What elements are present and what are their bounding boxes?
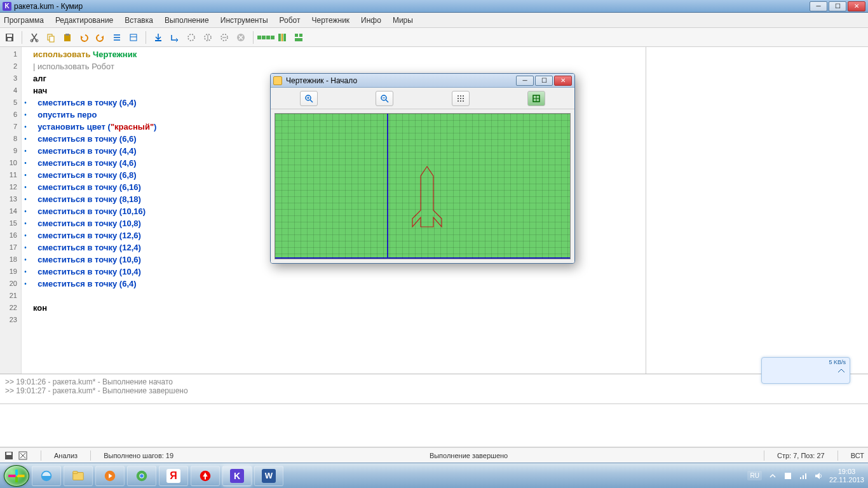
layout-mixed-icon[interactable] [292, 30, 306, 44]
statusbar: Анализ Выполнено шагов: 19 Выполнение за… [0, 447, 868, 463]
side-panel [646, 47, 868, 374]
status-clear-icon[interactable] [18, 451, 28, 461]
status-save-icon[interactable] [4, 451, 14, 461]
tray-language[interactable]: RU [747, 471, 761, 480]
zoom-in-icon[interactable] [300, 91, 318, 106]
redo-icon[interactable] [93, 30, 107, 44]
svg-point-11 [188, 34, 194, 41]
menubar: Программа Редактирование Вставка Выполне… [0, 13, 868, 28]
drawer-title: Чертежник - Начало [286, 76, 357, 85]
window-maximize-button[interactable]: ☐ [829, 1, 846, 11]
cut-icon[interactable] [27, 30, 41, 44]
line-gutter: 1234567891011121314151617181920212223 [0, 47, 22, 374]
svg-rect-22 [6, 452, 11, 455]
stop-icon[interactable] [234, 30, 248, 44]
svg-rect-16 [281, 34, 283, 41]
step-into-icon[interactable] [151, 30, 165, 44]
network-gadget[interactable]: 5 KB/s [761, 357, 850, 384]
svg-point-27 [460, 95, 461, 97]
menu-drawer[interactable]: Чертежник [312, 16, 350, 25]
tray-network-icon[interactable] [799, 471, 808, 480]
menu-program[interactable]: Программа [4, 16, 44, 25]
menu-robot[interactable]: Робот [280, 16, 301, 25]
drawer-titlebar[interactable]: Чертежник - Начало ─ ☐ ✕ [271, 74, 574, 88]
svg-point-32 [458, 100, 459, 102]
list-icon[interactable] [110, 30, 124, 44]
svg-rect-38 [73, 471, 78, 473]
zoom-out-icon[interactable] [376, 91, 393, 106]
menu-insert[interactable]: Вставка [125, 16, 153, 25]
svg-rect-45 [800, 477, 801, 479]
tray-clock[interactable]: 19:03 22.11.2013 [829, 468, 864, 484]
drawer-close-button[interactable]: ✕ [554, 76, 572, 86]
svg-rect-17 [283, 34, 286, 41]
tray-sound-icon[interactable] [814, 471, 823, 480]
paste-icon[interactable] [60, 30, 74, 44]
svg-rect-9 [130, 34, 137, 41]
menu-edit[interactable]: Редактирование [55, 16, 113, 25]
svg-rect-19 [299, 34, 302, 37]
svg-rect-1 [7, 34, 12, 37]
window-minimize-button[interactable]: ─ [810, 1, 827, 11]
grid-dots-icon[interactable] [452, 91, 470, 106]
svg-rect-46 [803, 475, 804, 479]
svg-rect-20 [295, 38, 302, 41]
layout-grid-icon[interactable] [259, 30, 273, 44]
drawer-toolbar [271, 88, 574, 109]
gadget-speed: 5 KB/s [829, 359, 846, 365]
undo-icon[interactable] [77, 30, 91, 44]
save-icon[interactable] [3, 30, 17, 44]
task-word[interactable]: W [254, 466, 283, 486]
window-title: ракета.kum - Кумир [14, 2, 83, 11]
step-over-icon[interactable] [168, 30, 182, 44]
svg-point-26 [458, 95, 459, 97]
menu-worlds[interactable]: Миры [393, 16, 413, 25]
task-yandex[interactable]: Я [159, 466, 188, 486]
task-chrome[interactable] [127, 466, 156, 486]
tray-flag-icon[interactable] [783, 471, 792, 480]
drawer-minimize-button[interactable]: ─ [516, 76, 534, 86]
task-yabrowser[interactable] [191, 466, 220, 486]
svg-rect-6 [50, 36, 54, 42]
window-titlebar: K ракета.kum - Кумир ─ ☐ ✕ [0, 0, 868, 13]
drawer-window-icon [273, 76, 282, 85]
taskbar: Я K W RU 19:03 22.11.2013 [0, 463, 868, 488]
output-console[interactable]: >> 19:01:26 - ракета.kum* - Выполнение н… [0, 375, 868, 404]
svg-rect-8 [65, 34, 69, 36]
task-ie[interactable] [32, 466, 61, 486]
drawer-canvas[interactable] [275, 113, 571, 259]
tray-date: 22.11.2013 [829, 476, 864, 484]
window-close-button[interactable]: ✕ [848, 1, 865, 11]
menu-info[interactable]: Инфо [361, 16, 381, 25]
start-button[interactable] [4, 465, 29, 487]
status-steps: Выполнено шагов: 19 [104, 452, 173, 459]
app-icon: K [3, 2, 11, 11]
margin: •••••••••••••••• [22, 47, 29, 374]
tray-chevron-up-icon[interactable] [768, 471, 777, 480]
step-icon-3[interactable] [217, 30, 231, 44]
drawer-window[interactable]: Чертежник - Начало ─ ☐ ✕ [270, 73, 575, 264]
copy-icon[interactable] [44, 30, 58, 44]
status-runmsg: Выполнение завершено [186, 452, 751, 459]
svg-rect-47 [805, 473, 806, 479]
options-icon[interactable] [126, 30, 140, 44]
task-explorer[interactable] [64, 466, 93, 486]
system-tray: RU 19:03 22.11.2013 [747, 468, 864, 484]
status-analysis: Анализ [54, 452, 78, 459]
layout-columns-icon[interactable] [275, 30, 289, 44]
task-kumir[interactable]: K [222, 466, 252, 486]
step-icon[interactable] [184, 30, 198, 44]
menu-run[interactable]: Выполнение [165, 16, 209, 25]
svg-point-29 [458, 98, 459, 99]
task-media[interactable] [95, 466, 125, 486]
console-lower [0, 404, 868, 447]
menu-tools[interactable]: Инструменты [220, 16, 268, 25]
step-icon-2[interactable] [201, 30, 215, 44]
drawer-maximize-button[interactable]: ☐ [535, 76, 553, 86]
tray-time: 19:03 [829, 468, 864, 476]
fit-view-icon[interactable] [527, 91, 545, 106]
svg-point-28 [463, 95, 464, 97]
svg-point-31 [463, 98, 464, 99]
status-cursor-pos: Стр: 7, Поз: 27 [777, 452, 825, 459]
svg-rect-2 [8, 38, 11, 41]
